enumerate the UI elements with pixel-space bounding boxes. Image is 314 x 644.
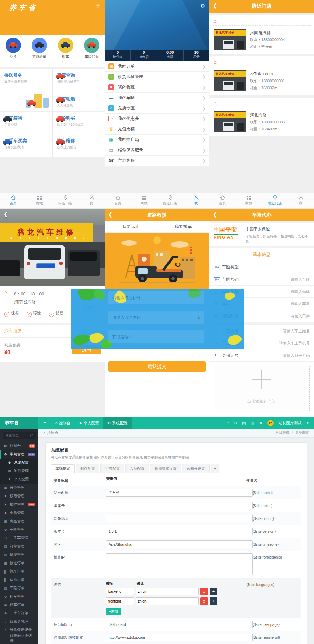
stat-pending-receipt[interactable]: 0待收货 (131, 50, 157, 61)
tab-home[interactable]: 首页 (105, 193, 131, 208)
tab-home[interactable]: 首页 (0, 193, 26, 208)
tab-basic-config[interactable]: 基础配置 (51, 464, 75, 473)
back-arrow-icon[interactable]: ❮ (213, 3, 217, 8)
close-icon[interactable]: ✕ (259, 421, 262, 425)
tab-add-group[interactable]: + (211, 464, 219, 473)
tab-home[interactable]: 首页 (209, 193, 236, 208)
sidebar-item-attachment-manage[interactable]: ▤ 附件管理 (0, 467, 38, 475)
menu-my-orders[interactable]: ▤我的订单❯ (105, 61, 209, 72)
service-decoration[interactable]: 汽车装潢 至尊品味 (0, 112, 52, 134)
sidebar-item-usedcar-orders[interactable]: ⊙二手车订单 (0, 609, 38, 618)
tab-me[interactable]: 我 (288, 193, 314, 208)
sidebar-item-insurance-manage[interactable]: ⊘车险管理 (0, 525, 38, 534)
store-card[interactable]: ⌂ 腾龙汽车维修 zzTuKu.com 联系：13800000001 相距：76… (209, 56, 314, 95)
back-arrow-icon[interactable]: ❮ (108, 212, 112, 217)
form-row-plate-number[interactable]: 京A 车牌号码请输入车牌 (209, 273, 314, 286)
tab-nearby-stores[interactable]: 附近门店 (157, 193, 183, 208)
timezone-input[interactable] (106, 540, 253, 548)
menu-exchange-zone[interactable]: ⌂兑换专区❯ (105, 103, 209, 114)
service-tires[interactable]: 汽车轮胎 天天送豪礼 (53, 93, 105, 112)
sidebar-item-tow-orders[interactable]: ▌拖车订单 (0, 567, 38, 576)
gear-icon[interactable]: ⚙ (306, 421, 310, 425)
append-button[interactable]: +追加 (106, 608, 121, 615)
topnav-console[interactable]: ⌂ 控制台 (51, 417, 75, 429)
sidebar-item-fuel-orders[interactable]: ▌运油订单 (0, 576, 38, 584)
forbidden-ip-textarea[interactable] (106, 553, 253, 575)
sidebar-toggle-icon[interactable]: ≡ (38, 417, 51, 429)
home-icon[interactable]: ⌂ (227, 421, 229, 425)
tab-me[interactable]: 我 (183, 193, 209, 208)
service-pickup[interactable]: 接送服务 真正的服务到家 (0, 69, 52, 112)
tab-mall[interactable]: 商城 (236, 193, 262, 208)
add-row-button[interactable]: + (210, 597, 217, 605)
tab-member-config[interactable]: 会员配置 (125, 464, 149, 473)
lang-value-input[interactable] (136, 597, 199, 605)
form-row-insurance-type[interactable]: 京A 车险类型 (209, 261, 314, 273)
menu-recharge-balance[interactable]: 充充值余额❯ (105, 124, 209, 135)
back-arrow-icon[interactable]: ❮ (3, 211, 8, 217)
add-row-button[interactable]: + (210, 588, 217, 595)
tab-mail-config[interactable]: 邮件配置 (76, 464, 99, 473)
sidebar-item-member-manage[interactable]: ♟会员管理 (0, 509, 38, 517)
sidebar-item-general-manage[interactable]: ⚙ 常规管理 new (0, 450, 38, 459)
service-repair[interactable]: 汽车维修 最专业的服务 (53, 135, 105, 157)
tab-points-config[interactable]: 返积分设置 (182, 464, 210, 473)
sidebar-item-coupon-manage[interactable]: ○优惠券管理 (0, 618, 38, 626)
quick-action-exchange[interactable]: 兑换 (0, 38, 26, 68)
stat-points[interactable]: 10积分 (184, 50, 209, 61)
sidebar-item-permission-manage[interactable]: ♟权限管理 (0, 492, 38, 500)
fixed-page-input[interactable] (106, 621, 253, 628)
refresh-icon[interactable]: ↻ (234, 421, 237, 425)
form-row-id-number[interactable]: 身份证号请输入身份号码 (209, 349, 314, 362)
stat-pending-payment[interactable]: 0待付款 (105, 50, 131, 61)
confirm-submit-button[interactable]: 确认提交 (108, 361, 206, 372)
sidebar-item-profile-config[interactable]: ♟ 个人配置 (0, 475, 38, 484)
sidebar-item-insurance-orders[interactable]: ▤车险订单 (0, 584, 38, 592)
sidebar-search[interactable] (3, 432, 36, 439)
notes-icon[interactable]: ▤ (242, 421, 246, 425)
cdn-url-input[interactable] (106, 515, 253, 522)
admin-brand[interactable]: 养车省 (0, 417, 38, 429)
site-name-input[interactable] (106, 489, 253, 497)
sidebar-item-product-manage[interactable]: ▣商品管理 (0, 517, 38, 525)
sidebar-search-input[interactable] (5, 433, 30, 438)
upload-vehicle-license[interactable]: 点击添加行车证 (214, 366, 310, 411)
tab-towing[interactable]: 我要拖车 (157, 221, 209, 232)
location-pin-icon[interactable] (96, 3, 100, 8)
sidebar-item-maintenance-records[interactable]: ○维修保养记录 (0, 626, 38, 634)
quick-action-road-rescue[interactable]: 道路救援 (26, 38, 52, 68)
sidebar-item-coupon-redeem-records[interactable]: ○优惠券兑换记录 (0, 634, 38, 643)
tab-dictionary-config[interactable]: 字典配置 (100, 464, 124, 473)
user-avatar[interactable]: zz (267, 420, 274, 426)
menu-my-vehicles[interactable]: ▬我的车辆❯ (105, 93, 209, 103)
sidebar-item-withdraw-manage[interactable]: ▥提现管理 (0, 551, 38, 559)
menu-address-manage[interactable]: +收货地址管理❯ (105, 72, 209, 82)
tab-fuel-delivery[interactable]: 我要运油 (105, 221, 157, 232)
settings-gear-icon[interactable]: ⚙ (201, 3, 205, 9)
files-icon[interactable]: ▥ (251, 421, 254, 425)
tab-mall[interactable]: 商城 (26, 193, 52, 208)
quick-action-rent-car[interactable]: 租车 (52, 38, 78, 68)
tab-nearby-stores[interactable]: 附近门店 (262, 193, 288, 208)
tab-me[interactable]: 我 (78, 193, 105, 208)
sidebar-item-console[interactable]: ◧ 控制台 hot (0, 442, 38, 450)
sidebar-item-order-manage[interactable]: ▤订单管理 (0, 542, 38, 551)
menu-maintenance-log[interactable]: ▤维修保养记录❯ (105, 145, 209, 156)
menu-my-coupons[interactable]: 111我的优惠券❯ (105, 114, 209, 124)
sidebar-item-system-config[interactable]: ⚙ 系统配置 (0, 459, 38, 467)
topnav-system-config[interactable]: ⚙ 系统配置 (103, 417, 132, 429)
stat-balance[interactable]: 0.00余额 (157, 50, 184, 61)
menu-promo-code[interactable]: ▦我的推广码❯ (105, 135, 209, 145)
sidebar-item-usedcar-manage[interactable]: ⊙二手车管理 (0, 534, 38, 542)
sidebar-item-rental-orders[interactable]: ◉租车订单 (0, 601, 38, 609)
store-card[interactable]: ⌂ 腾龙汽车维修 河南省汽修 联系：13800000004 相距：暂无m (209, 15, 314, 54)
back-arrow-icon[interactable]: ❮ (213, 212, 217, 217)
username[interactable]: 站长图库测试 (278, 421, 301, 426)
tab-mall[interactable]: 商城 (131, 193, 157, 208)
sidebar-item-pickup-orders[interactable]: ▦接送订单 (0, 559, 38, 567)
lang-key-input[interactable] (106, 588, 134, 595)
store-card[interactable]: ⌂ 腾龙汽车维修 河北汽修 联系：13800000005 相距：768407m (209, 98, 314, 136)
remove-row-button[interactable]: x (200, 597, 208, 605)
remove-row-button[interactable]: x (200, 588, 208, 595)
tab-carousel-link-config[interactable]: 轮播链接设置 (150, 464, 181, 473)
